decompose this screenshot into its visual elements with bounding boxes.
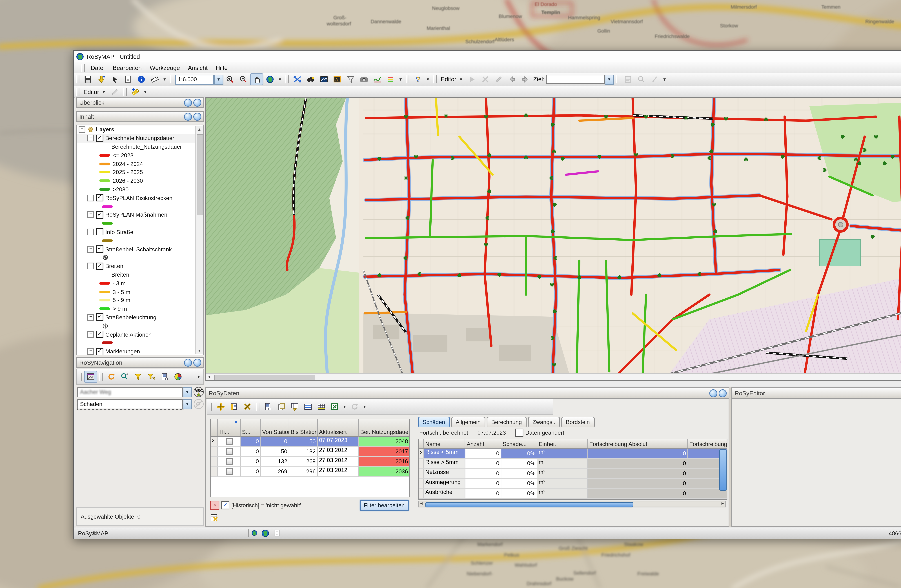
map-viewport[interactable]: ▲ ▼ ◄ ► <box>205 97 901 381</box>
col-hi[interactable]: Hi... <box>218 420 240 437</box>
photo-button[interactable] <box>357 73 371 86</box>
menu-bearbeiten[interactable]: Bearbeiten <box>109 64 146 72</box>
info-tool-button[interactable] <box>135 73 148 86</box>
col-bis[interactable]: Bis Station <box>289 420 318 437</box>
map-canvas[interactable] <box>206 98 901 374</box>
nav-filter-button[interactable] <box>131 371 145 383</box>
toolbar-dropdown-arrow[interactable]: ▼ <box>195 374 202 379</box>
layer-row[interactable]: −✓Straßenbeleuchtung <box>76 313 203 321</box>
new-road-section-button[interactable] <box>129 86 142 98</box>
find-button[interactable] <box>634 73 648 86</box>
grid-mode-icon[interactable] <box>210 513 218 525</box>
annotation-button[interactable] <box>330 73 344 86</box>
toolbar-grip[interactable] <box>99 373 103 381</box>
station-table-header[interactable]: Hi... S... Von Station Bis Station Aktua… <box>210 420 409 437</box>
redo-button[interactable] <box>519 73 532 86</box>
field-combobox[interactable]: Schaden <box>77 399 183 409</box>
street-combobox[interactable]: Aacher Weg <box>77 387 183 397</box>
toolbar-dropdown-arrow[interactable]: ▼ <box>341 405 348 409</box>
col-abs[interactable]: Fortschreibung Absolut <box>588 439 688 449</box>
layer-row[interactable]: −✓Markierungen <box>76 347 203 355</box>
tab-schaeden[interactable]: Schäden <box>418 416 450 427</box>
panel-close-button[interactable] <box>193 112 201 120</box>
daten-geaendert-checkbox[interactable] <box>515 429 523 437</box>
nav-chart-button[interactable] <box>171 371 185 383</box>
add-record-button[interactable] <box>214 401 228 413</box>
layer-checkbox[interactable]: ✓ <box>96 313 103 321</box>
excel-export-button[interactable] <box>328 401 341 413</box>
panel-close-button[interactable] <box>193 359 201 367</box>
tab-bordstein[interactable]: Bordstein <box>561 416 594 427</box>
rosydaten-panel-header[interactable]: RoSyDaten <box>206 388 728 399</box>
layer-checkbox[interactable]: ✓ <box>96 262 103 270</box>
panel-close-button[interactable] <box>719 389 726 397</box>
zoom-out-button[interactable] <box>237 73 250 86</box>
tree-scrollbar[interactable]: ▲ ▼ <box>195 126 203 354</box>
toolbar-grip[interactable] <box>81 64 84 72</box>
rosyeditor-panel-header[interactable]: RoSyEditor <box>732 388 901 399</box>
save-button[interactable] <box>81 73 95 86</box>
navigation-panel-header[interactable]: RoSyNavigation <box>76 357 204 368</box>
toolbar-grip[interactable] <box>285 75 288 83</box>
collapse-icon[interactable]: − <box>79 126 86 133</box>
collapse-icon[interactable]: − <box>87 348 94 355</box>
editor2-sketch-button[interactable] <box>108 86 121 98</box>
select-tool-button[interactable] <box>108 73 121 86</box>
layer-row[interactable]: −Info Straße <box>76 228 203 236</box>
nav-image-button[interactable] <box>84 371 97 383</box>
collapse-icon[interactable]: − <box>87 229 94 236</box>
col-anzahl[interactable]: Anzahl <box>465 439 501 449</box>
map-hscrollbar[interactable]: ◄ ► <box>206 373 901 380</box>
layer-checkbox[interactable]: ✓ <box>96 134 103 142</box>
panel-pin-button[interactable] <box>184 112 192 120</box>
toolbar-dropdown-arrow[interactable]: ▼ <box>398 77 404 81</box>
panel-close-button[interactable] <box>193 99 201 107</box>
schaden-table-header[interactable]: Name Anzahl Schade... Einheit Fortschrei… <box>419 439 726 449</box>
menu-werkzeuge[interactable]: Werkzeuge <box>146 64 184 72</box>
tab-berechnung[interactable]: Berechnung <box>486 416 526 427</box>
scroll-down-arrow[interactable]: ▼ <box>196 347 203 354</box>
spellcheck-abc-icon[interactable] <box>193 387 204 397</box>
field-dropdown-button[interactable]: ▼ <box>183 399 192 409</box>
schaden-row[interactable]: Ausbrüche 0 0% m² 0 <box>419 489 726 499</box>
nav-filter-clear-button[interactable] <box>145 371 158 383</box>
col-ber[interactable]: Ber. Nutzungsdauer <box>359 420 409 437</box>
table-grid-view-button[interactable] <box>315 401 328 413</box>
col-von[interactable]: Von Station <box>261 420 289 437</box>
clear-selection-button[interactable] <box>291 73 304 86</box>
station-row[interactable]: › 0 0 50 07.07.2023 2048 <box>210 437 409 446</box>
schaden-vscrollbar-thumb[interactable] <box>719 449 727 491</box>
row-checkbox[interactable] <box>226 438 232 445</box>
notes-button[interactable] <box>621 73 634 86</box>
station-row[interactable]: 0 269 296 27.03.2012 2036 <box>210 467 409 477</box>
toolbar-dropdown-arrow[interactable]: ▼ <box>424 77 431 81</box>
nav-refresh-button[interactable] <box>105 371 118 383</box>
toolbar-grip[interactable] <box>170 75 173 83</box>
scrollbar-thumb[interactable] <box>214 374 315 381</box>
toolbar-grip[interactable] <box>76 75 79 83</box>
scale-input[interactable] <box>175 75 214 84</box>
toolbar-dropdown-arrow[interactable]: ▼ <box>661 77 668 81</box>
toolbar-dropdown-arrow[interactable]: ▼ <box>361 405 368 409</box>
nav-report-button[interactable] <box>158 371 171 383</box>
station-row[interactable]: 0 50 132 27.03.2012 2017 <box>210 447 409 457</box>
editor-sketch-button[interactable] <box>492 73 505 86</box>
toolbar-grip[interactable] <box>76 87 79 95</box>
col-schade[interactable]: Schade... <box>501 439 537 449</box>
scrollbar-thumb[interactable] <box>196 134 203 215</box>
row-checkbox[interactable] <box>226 458 232 465</box>
zoom-in-button[interactable] <box>223 73 237 86</box>
collapse-icon[interactable]: − <box>87 331 94 338</box>
street-dropdown-button[interactable]: ▼ <box>183 387 192 397</box>
scrollbar-thumb[interactable] <box>425 502 633 507</box>
row-checkbox[interactable] <box>226 468 232 475</box>
toolbar-grip[interactable] <box>616 75 619 83</box>
layer-row[interactable]: −✓RoSyPLAN Risikostrecken <box>76 193 203 202</box>
layer-checkbox[interactable] <box>96 228 103 236</box>
editor-cancel-button[interactable] <box>479 73 492 86</box>
col-einheit[interactable]: Einheit <box>537 439 588 449</box>
layer-row-root[interactable]: −Layers <box>76 125 203 134</box>
search-objects-button[interactable] <box>304 73 317 86</box>
collapse-icon[interactable]: − <box>87 263 94 270</box>
filter-remove-button[interactable]: × <box>210 501 219 510</box>
